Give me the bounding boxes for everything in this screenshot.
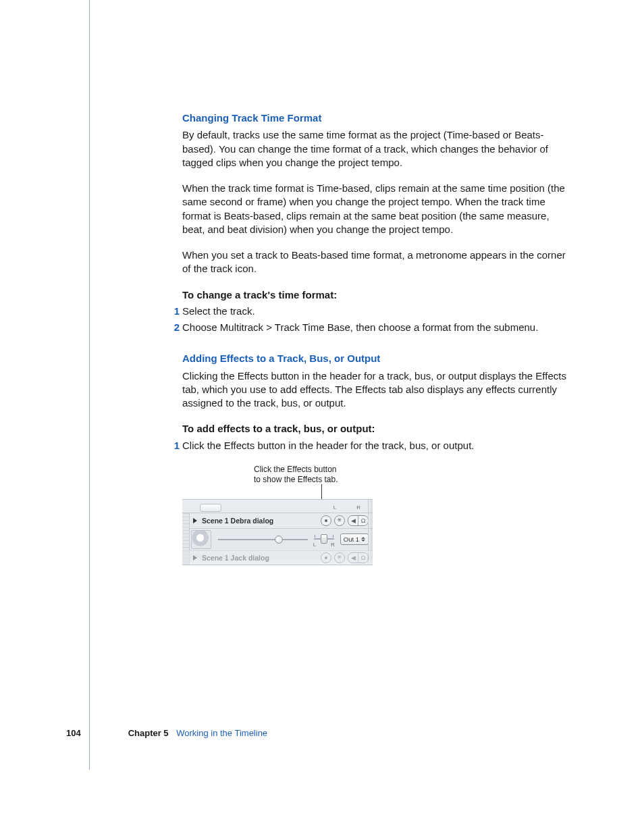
track-gutter	[182, 551, 190, 565]
channel-label-l: L	[333, 504, 336, 512]
mute-button[interactable]: ◀	[348, 516, 358, 525]
mute-solo-group[interactable]: ◀ Ω	[348, 515, 369, 526]
volume-slider[interactable]	[218, 535, 308, 544]
channel-label-r: R	[356, 504, 360, 512]
step-text: Select the track.	[182, 305, 255, 317]
output-label: Out 1	[344, 536, 359, 544]
figure-caption: Click the Effects button to show the Eff…	[254, 465, 342, 486]
steps-list: 1Click the Effects button in the header …	[182, 439, 567, 452]
track-title-row: Scene 1 Debra dialog ✳ ◀ Ω	[190, 513, 373, 529]
step-item: 1Select the track.	[182, 305, 567, 318]
stepper-arrows-icon	[361, 537, 365, 542]
steps-list: 1Select the track. 2Choose Multitrack > …	[182, 305, 567, 335]
pan-label-l: L	[313, 542, 316, 549]
track-row: Scene 1 Debra dialog ✳ ◀ Ω	[182, 513, 373, 550]
step-number: 1	[170, 439, 180, 452]
heading-adding-effects: Adding Effects to a Track, Bus, or Outpu…	[182, 352, 567, 365]
page-footer: 104 Chapter 5 Working in the Timeline	[66, 727, 267, 739]
chapter-label: Chapter 5	[128, 728, 169, 738]
step-item: 2Choose Multitrack > Track Time Base, th…	[182, 321, 567, 334]
mute-solo-group[interactable]: ◀ Ω	[348, 552, 369, 563]
small-button[interactable]	[200, 504, 221, 512]
step-item: 1Click the Effects button in the header …	[182, 439, 567, 452]
step-text: Click the Effects button in the header f…	[182, 440, 474, 451]
pan-label-r: R	[331, 542, 335, 549]
disclosure-triangle-icon[interactable]	[192, 555, 198, 561]
record-enable-button[interactable]	[321, 515, 331, 526]
track-name-label: Scene 1 Jack dialog	[202, 553, 321, 563]
caption-leader-line	[321, 487, 567, 499]
record-enable-button[interactable]	[321, 552, 331, 563]
output-select[interactable]: Out 1	[340, 533, 369, 545]
step-number: 2	[170, 321, 180, 334]
track-icon	[191, 530, 211, 549]
track-controls-row: L R Out 1	[190, 529, 373, 550]
step-text: Choose Multitrack > Track Time Base, the…	[182, 321, 538, 333]
faded-track-row: Scene 1 Jack dialog ✳ ◀ Ω	[182, 550, 373, 565]
page-content: Changing Track Time Format By default, t…	[182, 111, 567, 565]
task-heading: To change a track's time format:	[182, 288, 567, 302]
effects-button[interactable]: ✳	[334, 552, 345, 563]
svg-marker-0	[193, 518, 197, 523]
pan-slider[interactable]: L R	[312, 531, 336, 548]
svg-marker-1	[193, 555, 197, 561]
heading-changing-track-time-format: Changing Track Time Format	[182, 111, 567, 125]
paragraph: When you set a track to Beats-based time…	[182, 249, 567, 276]
disclosure-triangle-icon[interactable]	[192, 518, 198, 523]
paragraph: By default, tracks use the same time for…	[182, 128, 567, 170]
step-number: 1	[170, 305, 180, 318]
track-gutter	[182, 513, 190, 550]
figure-top-bar: L R	[182, 500, 373, 513]
mute-button[interactable]: ◀	[348, 553, 358, 563]
left-margin-rule	[89, 0, 90, 770]
page-number: 104	[66, 727, 85, 739]
paragraph: Clicking the Effects button in the heade…	[182, 369, 567, 411]
caption-line: to show the Effects tab.	[254, 475, 338, 484]
solo-button[interactable]: Ω	[358, 553, 368, 563]
effects-button[interactable]: ✳	[334, 515, 345, 526]
track-header-figure: L R Scene 1 Debra dialog ✳ ◀ Ω	[182, 499, 373, 565]
solo-button[interactable]: Ω	[358, 516, 368, 525]
paragraph: When the track time format is Time-based…	[182, 182, 567, 236]
track-name-label: Scene 1 Debra dialog	[202, 516, 321, 525]
caption-line: Click the Effects button	[254, 465, 337, 474]
task-heading: To add effects to a track, bus, or outpu…	[182, 422, 567, 436]
chapter-name: Working in the Timeline	[176, 728, 267, 738]
